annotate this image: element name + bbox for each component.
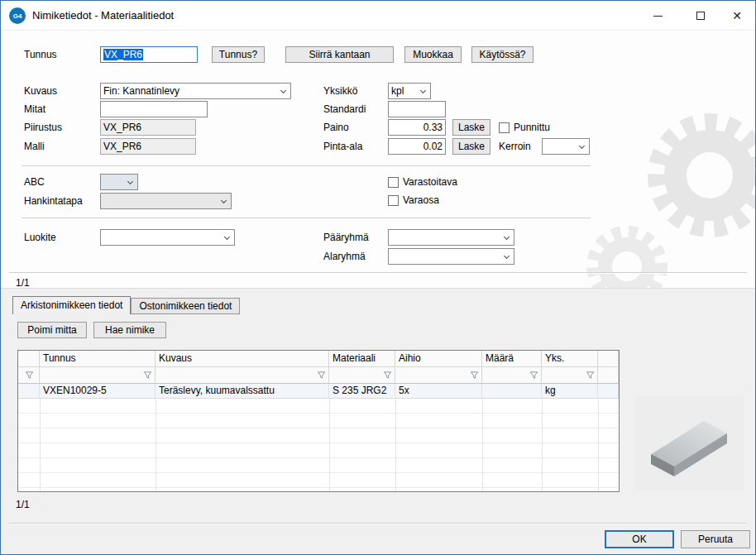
column-header-tunnus[interactable]: Tunnus	[40, 351, 156, 367]
tunnus-selected-text: VX_PR6	[103, 49, 143, 60]
alaryhma-label: Alaryhmä	[323, 248, 366, 265]
column-header-maara[interactable]: Määrä	[482, 351, 542, 367]
chevron-down-icon	[504, 234, 510, 240]
grid-gridline	[395, 399, 396, 491]
table-row[interactable]: VXEN10029-5 Teräslevy, kuumavalssattu S …	[18, 384, 619, 399]
checkbox-icon	[499, 122, 510, 133]
kerroin-label: Kerroin	[499, 138, 531, 155]
punnittu-checkbox[interactable]: Punnittu	[499, 119, 550, 136]
filter-icon	[317, 371, 326, 380]
laske-pinta-ala-button[interactable]: Laske	[452, 138, 490, 155]
close-icon: ✕	[732, 10, 742, 22]
chevron-down-icon	[224, 234, 230, 240]
kaytossa-button[interactable]: Käytössä?	[471, 46, 534, 63]
close-button[interactable]: ✕	[719, 1, 755, 31]
standardi-input[interactable]	[388, 101, 446, 117]
panel-separator	[9, 272, 747, 273]
ok-button[interactable]: OK	[605, 530, 674, 548]
column-header-filler	[598, 351, 619, 367]
filter-cell[interactable]	[40, 367, 156, 384]
group-separator	[22, 165, 591, 166]
mitat-input[interactable]	[100, 101, 208, 117]
filter-icon	[143, 371, 152, 380]
filter-cell[interactable]	[395, 367, 482, 384]
yksikko-value: kpl	[391, 85, 404, 97]
kuvaus-value: Fin: Kannatinlevy	[103, 85, 179, 97]
filter-cell-filler	[598, 367, 619, 384]
tunnus-lookup-button[interactable]: Tunnus?	[212, 46, 265, 63]
kuvaus-combobox[interactable]: Fin: Kannatinlevy	[100, 83, 291, 99]
yksikko-combobox[interactable]: kpl	[388, 83, 431, 99]
cancel-button[interactable]: Peruuta	[681, 530, 750, 548]
grid-empty-rows[interactable]	[18, 399, 619, 491]
chevron-down-icon	[221, 198, 227, 203]
siirra-kantaan-button[interactable]: Siirrä kantaan	[285, 46, 394, 63]
item-grid: Tunnus Kuvaus Materiaali Aihio Määrä Yks…	[17, 350, 620, 492]
title-bar[interactable]: G4 Nimiketiedot - Materiaalitiedot ✕	[1, 1, 755, 31]
part-preview-image	[634, 396, 744, 490]
cell-kuvaus: Teräslevy, kuumavalssattu	[156, 384, 329, 399]
row-header-cell	[18, 384, 40, 399]
tunnus-label: Tunnus	[24, 46, 57, 63]
hankintatapa-combobox[interactable]	[100, 193, 232, 209]
filter-cell[interactable]	[156, 367, 329, 384]
pinta-ala-input[interactable]: 0.02	[388, 138, 446, 155]
laske-paino-button[interactable]: Laske	[452, 119, 490, 136]
part-preview-panel	[634, 396, 744, 490]
luokite-combobox[interactable]	[100, 229, 235, 246]
footer-separator	[9, 523, 747, 524]
paaryhma-combobox[interactable]	[388, 229, 514, 246]
item-form-panel	[1, 31, 755, 289]
poimi-mitta-button[interactable]: Poimi mitta	[17, 322, 87, 338]
filter-cell[interactable]	[482, 367, 542, 384]
cell-yks: kg	[542, 384, 598, 399]
standardi-label: Standardi	[323, 101, 366, 117]
chevron-down-icon	[579, 143, 585, 149]
kerroin-combobox[interactable]	[542, 138, 590, 155]
grid-gridline	[156, 399, 156, 491]
window-title: Nimiketiedot - Materiaalitiedot	[32, 1, 174, 31]
tunnus-input[interactable]: VX_PR6	[100, 46, 198, 63]
tab-ostonimikkeen-tiedot[interactable]: Ostonimikkeen tiedot	[131, 298, 240, 314]
paino-label: Paino	[323, 119, 349, 136]
filter-cell[interactable]	[18, 367, 40, 384]
grid-header-row: Tunnus Kuvaus Materiaali Aihio Määrä Yks…	[18, 351, 619, 367]
cell-aihio: 5x	[395, 384, 482, 399]
chevron-down-icon	[127, 179, 133, 184]
paino-input[interactable]: 0.33	[388, 119, 446, 136]
filter-icon	[25, 371, 34, 380]
filter-cell[interactable]	[542, 367, 598, 384]
grid-gridline	[40, 399, 41, 491]
tab-arkistonimikkeen-tiedot[interactable]: Arkistonimikkeen tiedot	[12, 296, 131, 314]
minimize-icon	[653, 16, 663, 17]
mitat-label: Mitat	[24, 101, 45, 117]
filter-icon	[529, 371, 538, 380]
grid-pager: 1/1	[16, 499, 30, 510]
varastoitava-checkbox-label: Varastoitava	[403, 176, 457, 188]
maximize-button[interactable]	[682, 1, 719, 31]
muokkaa-button[interactable]: Muokkaa	[404, 46, 462, 63]
yksikko-label: Yksikkö	[323, 83, 357, 99]
luokite-label: Luokite	[24, 229, 56, 246]
varastoitava-checkbox[interactable]: Varastoitava	[388, 174, 457, 190]
piirustus-label: Piirustus	[24, 119, 62, 136]
column-header-aihio[interactable]: Aihio	[395, 351, 482, 367]
alaryhma-combobox[interactable]	[388, 248, 514, 265]
grid-gridline	[329, 399, 330, 491]
abc-combobox[interactable]	[100, 174, 138, 190]
filter-icon	[470, 371, 479, 380]
hae-nimike-button[interactable]: Hae nimike	[93, 322, 166, 338]
maximize-icon	[696, 12, 705, 20]
chevron-down-icon	[420, 88, 426, 93]
punnittu-checkbox-label: Punnittu	[514, 122, 550, 133]
filter-cell[interactable]	[329, 367, 395, 384]
minimize-button[interactable]	[639, 1, 676, 31]
tab-strip: Arkistonimikkeen tiedot Ostonimikkeen ti…	[12, 296, 240, 314]
grid-gridline	[482, 399, 483, 491]
column-header-materiaali[interactable]: Materiaali	[329, 351, 395, 367]
column-header-kuvaus[interactable]: Kuvaus	[156, 351, 329, 367]
malli-field: VX_PR6	[100, 138, 196, 155]
varaosa-checkbox[interactable]: Varaosa	[388, 192, 439, 208]
pinta-ala-label: Pinta-ala	[323, 138, 362, 155]
column-header-yks[interactable]: Yks.	[542, 351, 598, 367]
